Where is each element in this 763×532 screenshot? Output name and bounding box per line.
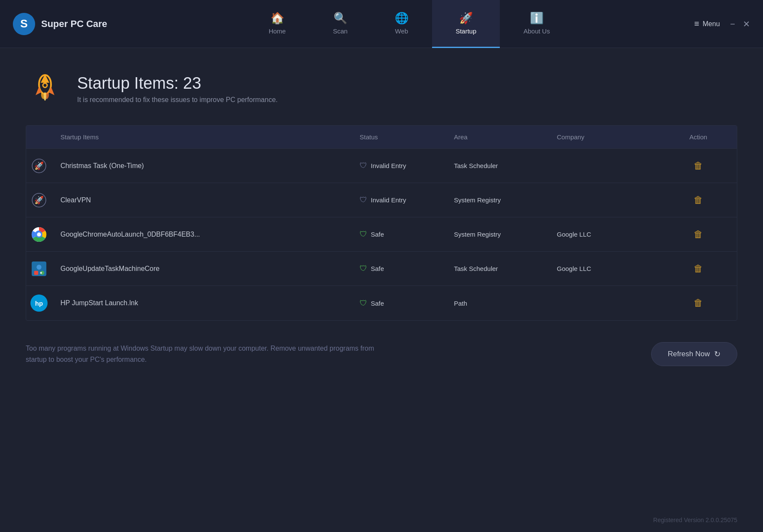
nav-startup-label: Startup [456, 27, 476, 35]
row-name-googleupdate: GoogleUpdateTaskMachineCore [52, 265, 351, 273]
delete-button-clearvpn[interactable]: 🗑 [691, 192, 706, 208]
svg-point-19 [36, 264, 41, 269]
svg-marker-4 [36, 87, 42, 95]
hero-title: Startup Items: 23 [77, 74, 278, 93]
row-status-christmas: 🛡 Invalid Entry [351, 161, 445, 170]
logo-area: S Super PC Care [13, 13, 124, 35]
app-logo-icon: S [13, 13, 35, 35]
nav-scan-label: Scan [333, 27, 348, 35]
row-action-christmas: 🗑 [660, 158, 737, 174]
svg-point-17 [37, 232, 41, 237]
row-area-hp: Path [445, 300, 548, 307]
col-status: Status [351, 133, 445, 141]
window-controls: − ✕ [730, 20, 750, 28]
nav-startup[interactable]: 🚀 Startup [432, 0, 500, 48]
row-name-hp: HP JumpStart Launch.lnk [52, 299, 351, 307]
header: S Super PC Care 🏠 Home 🔍 Scan 🌐 Web 🚀 St… [0, 0, 763, 48]
row-status-hp: 🛡 Safe [351, 299, 445, 308]
startup-icon: 🚀 [459, 12, 473, 25]
col-startup-items: Startup Items [52, 133, 351, 141]
refresh-icon: ↻ [714, 349, 721, 359]
row-area-googleupdate: Task Scheduler [445, 265, 548, 272]
status-text-clearvpn: Invalid Entry [371, 196, 406, 204]
hero-subtitle: It is recommended to fix these issues to… [77, 96, 278, 104]
refresh-label: Refresh Now [668, 350, 710, 358]
version-text: Registered Version 2.0.0.25075 [653, 517, 737, 523]
clearvpn-icon: 🚀 [31, 192, 47, 208]
hamburger-icon: ≡ [694, 19, 700, 29]
row-icon-cell: 🚀 [26, 192, 52, 208]
hero-text: Startup Items: 23 It is recommended to f… [77, 74, 278, 104]
col-icon [26, 133, 52, 141]
svg-text:🚀: 🚀 [34, 195, 44, 205]
status-text-christmas: Invalid Entry [371, 162, 406, 169]
row-icon-cell: 🚀 [26, 158, 52, 174]
table-header: Startup Items Status Area Company Action [26, 126, 737, 149]
row-status-chrome: 🛡 Safe [351, 230, 445, 239]
bottom-section: Too many programs running at Windows Sta… [26, 342, 737, 375]
nav-about-label: About Us [523, 27, 550, 35]
row-area-christmas: Task Scheduler [445, 162, 548, 169]
table-row: 🚀 Christmas Task (One-Time) 🛡 Invalid En… [26, 149, 737, 183]
menu-label: Menu [703, 20, 720, 28]
row-area-clearvpn: System Registry [445, 196, 548, 204]
christmas-task-icon: 🚀 [31, 158, 47, 174]
warning-text: Too many programs running at Windows Sta… [26, 343, 377, 365]
delete-button-christmas[interactable]: 🗑 [691, 158, 706, 174]
row-icon-cell: hp [26, 295, 52, 312]
row-area-chrome: System Registry [445, 231, 548, 238]
col-action: Action [660, 133, 737, 141]
svg-rect-20 [34, 271, 39, 275]
header-right: ≡ Menu − ✕ [694, 19, 750, 29]
table-row: GoogleUpdateTaskMachineCore 🛡 Safe Task … [26, 252, 737, 286]
nav-scan[interactable]: 🔍 Scan [309, 0, 371, 48]
invalid-shield-icon: 🛡 [360, 161, 367, 170]
svg-point-9 [44, 92, 46, 101]
row-status-clearvpn: 🛡 Invalid Entry [351, 195, 445, 204]
invalid-shield-icon-2: 🛡 [360, 195, 367, 204]
delete-button-googleupdate[interactable]: 🗑 [691, 261, 706, 277]
table-row: 🚀 ClearVPN 🛡 Invalid Entry System Regist… [26, 183, 737, 217]
row-name-christmas: Christmas Task (One-Time) [52, 162, 351, 170]
col-company: Company [548, 133, 660, 141]
nav-web[interactable]: 🌐 Web [371, 0, 432, 48]
row-company-chrome: Google LLC [548, 231, 660, 238]
startup-table: Startup Items Status Area Company Action… [26, 125, 737, 321]
table-body: 🚀 Christmas Task (One-Time) 🛡 Invalid En… [26, 149, 737, 320]
safe-shield-icon-googleupdate: 🛡 [360, 264, 367, 273]
refresh-now-button[interactable]: Refresh Now ↻ [651, 342, 737, 366]
menu-button[interactable]: ≡ Menu [694, 19, 720, 29]
safe-shield-icon-hp: 🛡 [360, 299, 367, 308]
status-text-chrome: Safe [371, 231, 384, 238]
hero-section: Startup Items: 23 It is recommended to f… [26, 69, 737, 108]
footer: Registered Version 2.0.0.25075 [653, 517, 737, 523]
scan-icon: 🔍 [333, 12, 347, 25]
row-status-googleupdate: 🛡 Safe [351, 264, 445, 273]
row-action-chrome: 🗑 [660, 226, 737, 243]
row-company-googleupdate: Google LLC [548, 265, 660, 272]
table-row: GoogleChromeAutoLaunch_0DBF6BF4EB3... 🛡 … [26, 217, 737, 252]
minimize-button[interactable]: − [730, 20, 735, 28]
row-action-googleupdate: 🗑 [660, 261, 737, 277]
google-update-icon [31, 261, 47, 277]
svg-text:🚀: 🚀 [34, 161, 44, 171]
delete-button-chrome[interactable]: 🗑 [691, 226, 706, 243]
delete-button-hp[interactable]: 🗑 [691, 295, 706, 311]
row-name-clearvpn: ClearVPN [52, 196, 351, 204]
svg-point-6 [43, 83, 47, 87]
close-button[interactable]: ✕ [743, 20, 750, 28]
chrome-icon [31, 226, 47, 243]
row-action-clearvpn: 🗑 [660, 192, 737, 208]
row-icon-cell [26, 261, 52, 277]
svg-text:S: S [20, 17, 27, 30]
row-icon-cell [26, 226, 52, 243]
about-icon: ℹ️ [530, 12, 544, 25]
main-content: Startup Items: 23 It is recommended to f… [0, 48, 763, 388]
nav-home[interactable]: 🏠 Home [245, 0, 309, 48]
nav-about[interactable]: ℹ️ About Us [500, 0, 574, 48]
safe-shield-icon-chrome: 🛡 [360, 230, 367, 239]
row-action-hp: 🗑 [660, 295, 737, 311]
nav-web-label: Web [395, 27, 409, 35]
status-text-googleupdate: Safe [371, 265, 384, 272]
web-icon: 🌐 [395, 12, 409, 25]
